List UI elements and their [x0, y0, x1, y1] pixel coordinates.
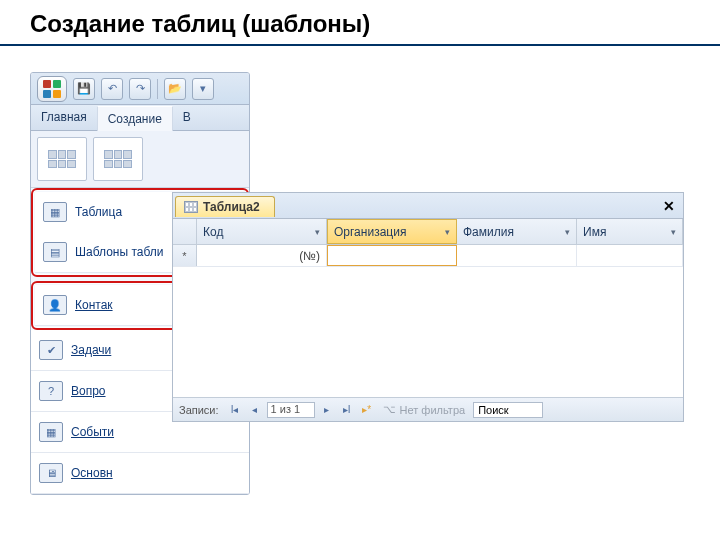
- questions-icon: ?: [39, 381, 63, 401]
- datasheet-window: Таблица2 ✕ Код▾ Организация▾ Фамилия▾ Им…: [172, 192, 684, 422]
- open-folder-icon[interactable]: 📂: [164, 78, 186, 100]
- cell-id-new[interactable]: (№): [197, 245, 327, 266]
- nav-new-icon[interactable]: ▸*: [359, 402, 375, 418]
- contacts-icon: 👤: [43, 295, 67, 315]
- chevron-down-icon[interactable]: ▾: [315, 227, 320, 237]
- office-button[interactable]: [37, 76, 67, 102]
- menu-assets[interactable]: 🖥 Основн: [31, 453, 249, 494]
- nav-last-icon[interactable]: ▸I: [339, 402, 355, 418]
- assets-icon: 🖥: [39, 463, 63, 483]
- undo-icon[interactable]: ↶: [101, 78, 123, 100]
- nav-label: Записи:: [179, 404, 219, 416]
- tasks-icon: ✔: [39, 340, 63, 360]
- nav-next-icon[interactable]: ▸: [319, 402, 335, 418]
- record-navigator: Записи: I◂ ◂ 1 из 1 ▸ ▸I ▸* ⌥ Нет фильтр…: [173, 397, 683, 421]
- new-record-row[interactable]: * (№): [173, 245, 683, 267]
- office-logo-icon: [43, 80, 61, 98]
- nav-prev-icon[interactable]: ◂: [247, 402, 263, 418]
- nav-filter[interactable]: ⌥ Нет фильтра: [383, 403, 466, 416]
- col-firstname[interactable]: Имя▾: [577, 219, 683, 244]
- events-icon: ▦: [39, 422, 63, 442]
- filter-icon: ⌥: [383, 403, 396, 416]
- col-firstname-label: Имя: [583, 225, 606, 239]
- separator: [157, 79, 158, 99]
- datasheet-tabbar: Таблица2 ✕: [173, 193, 683, 219]
- menu-tasks-label: Задачи: [71, 343, 111, 357]
- menu-assets-label: Основн: [71, 466, 113, 480]
- cell-lastname-new[interactable]: [457, 245, 577, 266]
- datasheet-tab-icon: [184, 201, 198, 213]
- menu-templates-label: Шаблоны табли: [75, 245, 163, 259]
- select-all-corner[interactable]: [173, 219, 197, 244]
- redo-icon[interactable]: ↷: [129, 78, 151, 100]
- datasheet-tab[interactable]: Таблица2: [175, 196, 275, 217]
- chevron-down-icon[interactable]: ▾: [445, 227, 450, 237]
- tab-home[interactable]: Главная: [31, 105, 97, 130]
- col-org-label: Организация: [334, 225, 406, 239]
- tables-group: [31, 131, 249, 188]
- col-id-label: Код: [203, 225, 223, 239]
- ribbon-tabs: Главная Создание В: [31, 105, 249, 131]
- table-icon: ▦: [43, 202, 67, 222]
- filter-label: Нет фильтра: [400, 404, 466, 416]
- datasheet-body[interactable]: [173, 267, 683, 397]
- chevron-down-icon[interactable]: ▾: [671, 227, 676, 237]
- nav-position-input[interactable]: 1 из 1: [267, 402, 315, 418]
- save-icon[interactable]: 💾: [73, 78, 95, 100]
- menu-questions-label: Вопро: [71, 384, 106, 398]
- col-lastname[interactable]: Фамилия▾: [457, 219, 577, 244]
- title-bar: 💾 ↶ ↷ 📂 ▾: [31, 73, 249, 105]
- qat-dropdown-icon[interactable]: ▾: [192, 78, 214, 100]
- search-input[interactable]: [473, 402, 543, 418]
- tab-other[interactable]: В: [173, 105, 201, 130]
- menu-events-label: Событи: [71, 425, 114, 439]
- col-id[interactable]: Код▾: [197, 219, 327, 244]
- column-header-row: Код▾ Организация▾ Фамилия▾ Имя▾: [173, 219, 683, 245]
- col-org[interactable]: Организация▾: [327, 219, 457, 244]
- tab-create[interactable]: Создание: [97, 106, 173, 131]
- close-button[interactable]: ✕: [655, 198, 683, 214]
- chevron-down-icon[interactable]: ▾: [565, 227, 570, 237]
- nav-first-icon[interactable]: I◂: [227, 402, 243, 418]
- menu-contacts-label: Контак: [75, 298, 113, 312]
- table-button-1[interactable]: [37, 137, 87, 181]
- cell-firstname-new[interactable]: [577, 245, 683, 266]
- slide-title: Создание таблиц (шаблоны): [0, 0, 720, 46]
- cell-org-new[interactable]: [327, 245, 457, 266]
- templates-icon: ▤: [43, 242, 67, 262]
- datasheet-tab-label: Таблица2: [203, 200, 260, 214]
- menu-table-label: Таблица: [75, 205, 122, 219]
- col-lastname-label: Фамилия: [463, 225, 514, 239]
- table-button-2[interactable]: [93, 137, 143, 181]
- nav-controls: I◂ ◂ 1 из 1 ▸ ▸I ▸*: [227, 402, 375, 418]
- new-row-indicator-icon: *: [173, 245, 197, 266]
